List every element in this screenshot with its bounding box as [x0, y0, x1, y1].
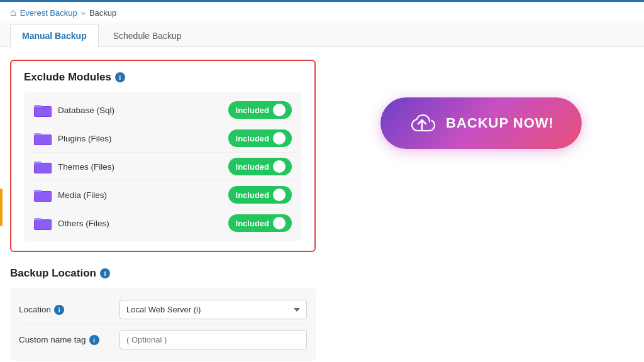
exclude-modules-section: Exclude Modules i Database (Sql) Include… — [10, 60, 316, 252]
module-name-media: Media (Files) — [58, 190, 228, 200]
toggle-circle-plugins — [273, 132, 286, 145]
module-name-plugins: Plugins (Files) — [58, 134, 228, 143]
custom-name-control — [119, 330, 307, 349]
folder-icon-others — [34, 216, 52, 230]
backup-location-title-text: Backup Location — [10, 267, 96, 280]
toggle-label-others: Included — [236, 219, 269, 228]
main-content: Exclude Modules i Database (Sql) Include… — [0, 47, 644, 362]
toggle-others[interactable]: Included — [228, 214, 292, 232]
toggle-label-database: Included — [236, 106, 269, 115]
tab-schedule-backup[interactable]: Schedule Backup — [101, 24, 194, 47]
topbar: ⌂ Everest Backup » Backup — [0, 0, 644, 23]
toggle-label-plugins: Included — [236, 134, 269, 143]
module-row-themes: Themes (Files) Included — [30, 153, 296, 181]
tabs-bar: Manual Backup Schedule Backup — [0, 23, 644, 47]
custom-name-info-icon[interactable]: i — [89, 335, 99, 345]
module-row-others: Others (Files) Included — [30, 209, 296, 237]
breadcrumb-current: Backup — [89, 8, 116, 18]
backup-now-button[interactable]: BACKUP NOW! — [380, 97, 582, 149]
toggle-media[interactable]: Included — [228, 186, 292, 204]
toggle-label-themes: Included — [236, 162, 269, 172]
custom-name-label: Custom name tag i — [19, 335, 119, 345]
module-name-database: Database (Sql) — [58, 106, 228, 115]
exclude-modules-title-text: Exclude Modules — [24, 71, 111, 84]
toggle-circle-database — [273, 104, 286, 116]
breadcrumb-app[interactable]: Everest Backup — [20, 8, 77, 18]
cloud-upload-icon — [408, 111, 436, 135]
custom-name-row: Custom name tag i — [19, 325, 307, 354]
folder-icon-media — [34, 188, 52, 202]
backup-location-section: Backup Location i Location i Local Web S… — [10, 265, 316, 362]
svg-rect-8 — [35, 163, 51, 173]
location-label: Location i — [19, 305, 119, 315]
toggle-label-media: Included — [236, 190, 269, 200]
location-field-info-icon[interactable]: i — [54, 305, 64, 315]
backup-location-title: Backup Location i — [10, 267, 316, 280]
svg-rect-14 — [35, 220, 51, 229]
tab-manual-backup[interactable]: Manual Backup — [10, 24, 99, 47]
toggle-database[interactable]: Included — [228, 101, 292, 119]
left-column: Exclude Modules i Database (Sql) Include… — [10, 60, 316, 362]
svg-rect-5 — [35, 135, 51, 145]
right-column: BACKUP NOW! — [328, 60, 634, 362]
custom-name-label-text: Custom name tag — [19, 335, 86, 344]
toggle-circle-themes — [273, 160, 286, 173]
location-fields: Location i Local Web Server (i) Google D… — [10, 288, 316, 361]
exclude-modules-info-icon[interactable]: i — [115, 72, 125, 82]
location-label-text: Location — [19, 305, 51, 314]
backup-now-label: BACKUP NOW! — [446, 115, 554, 131]
toggle-themes[interactable]: Included — [228, 158, 292, 175]
breadcrumb-separator: » — [81, 8, 86, 18]
svg-rect-11 — [35, 192, 51, 201]
module-name-themes: Themes (Files) — [58, 162, 228, 172]
modules-list: Database (Sql) Included Plugins (Files) — [24, 92, 302, 241]
module-row-media: Media (Files) Included — [30, 181, 296, 209]
folder-icon-plugins — [34, 131, 52, 145]
exclude-modules-title: Exclude Modules i — [24, 71, 302, 84]
location-select[interactable]: Local Web Server (i) Google Drive Dropbo… — [119, 300, 307, 319]
toggle-plugins[interactable]: Included — [228, 129, 292, 147]
left-accent-bar — [0, 189, 3, 226]
toggle-circle-media — [273, 189, 286, 201]
folder-icon-themes — [34, 160, 52, 173]
backup-location-info-icon[interactable]: i — [100, 268, 110, 278]
module-row-database: Database (Sql) Included — [30, 96, 296, 124]
home-icon: ⌂ — [10, 7, 16, 18]
custom-name-input[interactable] — [119, 330, 307, 349]
module-row-plugins: Plugins (Files) Included — [30, 124, 296, 153]
location-row: Location i Local Web Server (i) Google D… — [19, 295, 307, 325]
svg-rect-2 — [35, 107, 51, 116]
toggle-circle-others — [273, 217, 286, 229]
location-select-wrapper: Local Web Server (i) Google Drive Dropbo… — [119, 300, 307, 319]
module-name-others: Others (Files) — [58, 219, 228, 228]
folder-icon-database — [34, 103, 52, 117]
